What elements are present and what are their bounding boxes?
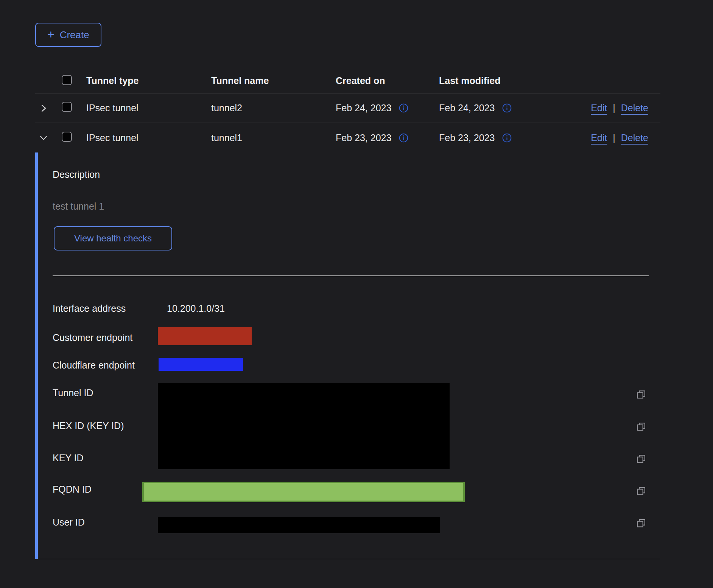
created-on-cell: Feb 24, 2023 [336,103,391,114]
header-last-modified: Last modified [439,75,553,86]
fqdn-id-label: FQDN ID [53,484,92,495]
delete-link[interactable]: Delete [621,103,648,114]
tunnel-name-cell: tunnel1 [211,132,336,143]
header-tunnel-type: Tunnel type [86,75,211,86]
actions-separator: | [613,103,615,114]
copy-icon [636,389,646,400]
copy-hex-id-button[interactable] [636,422,646,432]
info-icon[interactable] [502,103,512,113]
tunnel-type-cell: IPsec tunnel [86,132,211,143]
description-value: test tunnel 1 [53,201,104,212]
info-icon[interactable] [399,133,408,143]
collapse-row-button[interactable] [36,130,51,145]
last-modified-cell: Feb 23, 2023 [439,132,495,143]
plus-icon: + [47,28,54,40]
chevron-right-icon [39,104,48,113]
customer-endpoint-label: Customer endpoint [53,332,132,343]
cloudflare-endpoint-label: Cloudflare endpoint [53,359,135,371]
create-button-label: Create [60,29,89,41]
header-tunnel-name: Tunnel name [211,75,336,86]
copy-icon [636,454,646,464]
user-id-redacted-value [158,517,440,533]
hex-id-label: HEX ID (KEY ID) [53,420,124,431]
table-header-row: Tunnel type Tunnel name Created on Last … [35,68,660,93]
description-label: Description [53,169,100,180]
info-icon[interactable] [399,103,408,113]
table-row: IPsec tunnel tunnel2 Feb 24, 2023 Feb 24… [35,93,660,123]
chevron-down-icon [39,133,48,142]
edit-link[interactable]: Edit [591,132,607,143]
interface-address-value: 10.200.1.0/31 [167,303,225,314]
copy-fqdn-id-button[interactable] [636,486,646,496]
copy-icon [636,518,646,529]
cloudflare-endpoint-redacted-value [159,358,243,371]
copy-user-id-button[interactable] [636,518,646,529]
edit-link[interactable]: Edit [591,103,607,114]
tunnels-table: Tunnel type Tunnel name Created on Last … [35,68,660,152]
tunnel-id-label: Tunnel ID [53,387,93,398]
select-all-checkbox[interactable] [62,75,72,85]
row-checkbox[interactable] [62,132,72,142]
table-row: IPsec tunnel tunnel1 Feb 23, 2023 Feb 23… [35,123,660,152]
copy-icon [636,422,646,432]
create-button[interactable]: + Create [35,23,101,47]
interface-address-label: Interface address [53,303,126,314]
last-modified-cell: Feb 24, 2023 [439,103,495,114]
header-created-on: Created on [336,75,439,86]
row-checkbox[interactable] [62,102,72,112]
tunnel-name-cell: tunnel2 [211,103,336,114]
fqdn-id-redacted-value [142,482,465,502]
copy-key-id-button[interactable] [636,454,646,464]
expand-row-button[interactable] [36,101,51,116]
key-id-label: KEY ID [53,452,84,464]
customer-endpoint-redacted-value [158,327,252,345]
created-on-cell: Feb 23, 2023 [336,132,391,143]
tunnel-ids-redacted-values [158,383,450,469]
delete-link[interactable]: Delete [621,132,648,143]
tunnels-page: + Create Tunnel type Tunnel name Created… [0,0,713,588]
actions-separator: | [613,132,615,143]
view-health-checks-button[interactable]: View health checks [54,226,172,250]
section-divider [53,275,649,276]
copy-icon [636,486,646,496]
expanded-tunnel-panel: Description test tunnel 1 View health ch… [35,152,660,559]
info-icon[interactable] [502,133,512,143]
copy-tunnel-id-button[interactable] [636,389,646,400]
tunnel-type-cell: IPsec tunnel [86,103,211,114]
user-id-label: User ID [53,516,85,528]
